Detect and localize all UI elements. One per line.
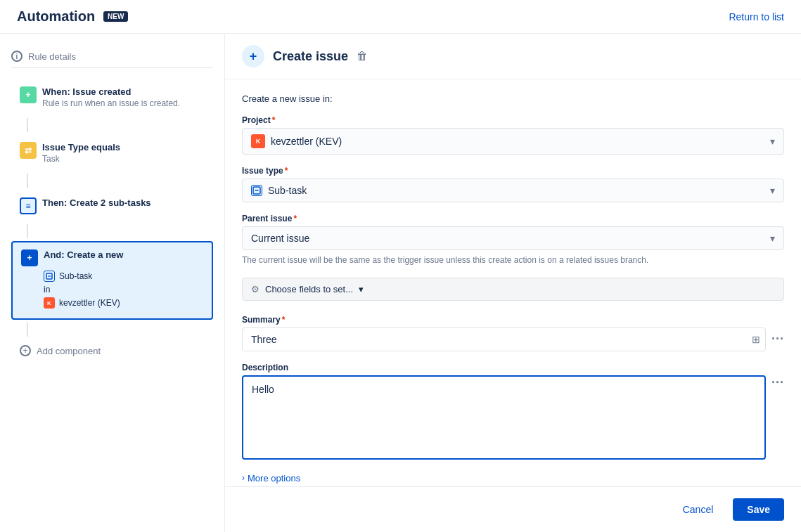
sidebar-item-when-issue-created[interactable]: + When: Issue created Rule is run when a… [11, 79, 213, 115]
more-options-label: More options [248, 473, 300, 484]
summary-row: ⊞ ··· [242, 327, 784, 351]
issue-type-required-star: * [285, 166, 288, 176]
summary-input[interactable] [242, 327, 766, 351]
panel-footer: Cancel Save [225, 486, 801, 532]
parent-issue-value-text: Current issue [251, 233, 309, 244]
new-badge: NEW [103, 11, 128, 22]
return-to-list-link[interactable]: Return to list [729, 11, 784, 22]
description-field-group: Description Hello ··· [242, 363, 784, 462]
connector-line-4 [27, 323, 28, 337]
when-icon: + [20, 86, 37, 103]
project-required-star: * [272, 115, 276, 125]
cancel-button[interactable]: Cancel [672, 498, 725, 521]
sidebar-sub-items: Sub-task in K kevzettler (KEV) [21, 271, 203, 309]
sub-item-project-row: K kevzettler (KEV) [44, 297, 203, 309]
project-select-value: K kevzettler (KEV) [251, 134, 342, 148]
parent-issue-select[interactable]: Current issue ▾ [242, 226, 784, 250]
sidebar-item-title: And: Create a new [44, 249, 203, 260]
sidebar-item-title: Then: Create 2 sub-tasks [42, 197, 205, 208]
more-options-button[interactable]: › More options [242, 473, 784, 484]
parent-issue-chevron-icon: ▾ [770, 233, 775, 244]
parent-issue-info-text: The current issue will be the same as th… [242, 254, 784, 266]
issue-type-value-text: Sub-task [268, 185, 307, 196]
panel-content: Create a new issue in: Project * K kevze… [225, 79, 801, 486]
sidebar-item-text: And: Create a new [44, 249, 203, 260]
choose-fields-label: Choose fields to set... [265, 284, 353, 294]
save-button[interactable]: Save [733, 498, 784, 521]
connector-line-3 [27, 224, 28, 238]
more-options-chevron-icon: › [242, 473, 245, 483]
sidebar-item-and-create-new[interactable]: + And: Create a new Sub-task in [11, 241, 213, 320]
sidebar-item-subtitle: Task [42, 154, 205, 164]
issue-type-select[interactable]: Sub-task ▾ [242, 179, 784, 202]
sidebar-item-issue-type-equals[interactable]: ⇄ Issue Type equals Task [11, 135, 213, 171]
then-icon: ≡ [20, 197, 37, 214]
sidebar-item-then-create-subtasks[interactable]: ≡ Then: Create 2 sub-tasks [11, 190, 213, 221]
summary-required-star: * [282, 315, 286, 325]
parent-issue-select-value: Current issue [251, 233, 309, 244]
project-field-group: Project * K kevzettler (KEV) ▾ [242, 115, 784, 155]
connector-line-1 [27, 118, 28, 132]
description-field-label: Description [242, 363, 784, 372]
sidebar-item-text: When: Issue created Rule is run when an … [42, 86, 205, 108]
sidebar-rule-details[interactable]: i Rule details [11, 45, 213, 68]
section-label: Create a new issue in: [242, 93, 784, 104]
issue-type-chevron-icon: ▾ [770, 185, 775, 196]
connector-line-2 [27, 174, 28, 188]
sidebar-item-header: + And: Create a new [21, 249, 203, 266]
summary-input-icon-button[interactable]: ⊞ [752, 334, 760, 345]
gear-icon: ⚙ [251, 284, 259, 294]
sub-item-project-icon: K [44, 297, 55, 309]
issue-type-icon [251, 185, 262, 196]
panel-title: Create issue [273, 49, 348, 64]
sidebar-item-title: Issue Type equals [42, 142, 205, 153]
delete-icon[interactable]: 🗑 [357, 50, 368, 63]
sub-item-project-text: kevzettler (KEV) [59, 298, 120, 308]
panel-add-button[interactable]: + [242, 45, 264, 67]
issue-type-field-label: Issue type * [242, 166, 784, 176]
sidebar: i Rule details + When: Issue created Rul… [0, 34, 225, 532]
project-chevron-icon: ▾ [770, 136, 775, 147]
issue-type-icon: ⇄ [20, 142, 37, 159]
sidebar-item-header: + When: Issue created Rule is run when a… [20, 86, 205, 108]
app-title: Automation [17, 8, 95, 25]
sidebar-item-text: Then: Create 2 sub-tasks [42, 197, 205, 208]
sidebar-item-text: Issue Type equals Task [42, 142, 205, 164]
project-value-text: kevzettler (KEV) [271, 136, 342, 147]
summary-input-wrap: ⊞ [242, 327, 766, 351]
sub-item-type-text: Sub-task [59, 271, 92, 281]
project-select[interactable]: K kevzettler (KEV) ▾ [242, 128, 784, 155]
parent-issue-field-label: Parent issue * [242, 214, 784, 223]
add-component-label: Add component [37, 346, 101, 356]
summary-field-group: Summary * ⊞ ··· [242, 315, 784, 351]
description-wrap: Hello [242, 375, 766, 462]
sidebar-item-title: When: Issue created [42, 86, 205, 97]
sub-item-in-row: in [44, 285, 203, 294]
sidebar-item-subtitle: Rule is run when an issue is created. [42, 98, 205, 108]
parent-required-star: * [293, 214, 297, 223]
issue-type-select-value: Sub-task [251, 185, 307, 196]
summary-field-label: Summary * [242, 315, 784, 325]
project-icon: K [251, 134, 265, 148]
panel-header: + Create issue 🗑 [225, 34, 801, 79]
right-panel: + Create issue 🗑 Create a new issue in: … [225, 34, 801, 532]
sidebar-item-header: ≡ Then: Create 2 sub-tasks [20, 197, 205, 214]
app-header: Automation NEW Return to list [0, 0, 801, 34]
main-content: i Rule details + When: Issue created Rul… [0, 34, 801, 532]
rule-details-label: Rule details [28, 51, 76, 62]
and-icon: + [21, 249, 38, 266]
issue-type-field-group: Issue type * Sub-task ▾ [242, 166, 784, 202]
choose-fields-button[interactable]: ⚙ Choose fields to set... ▾ [242, 278, 784, 301]
sub-item-type-row: Sub-task [44, 271, 203, 282]
add-circle-icon: + [20, 345, 31, 356]
summary-ellipsis-button[interactable]: ··· [771, 332, 784, 346]
info-icon: i [11, 51, 23, 62]
sub-item-issue-type-icon [44, 271, 55, 282]
description-ellipsis-button[interactable]: ··· [771, 375, 784, 390]
project-field-label: Project * [242, 115, 784, 125]
description-textarea[interactable]: Hello [242, 375, 766, 460]
add-component-button[interactable]: + Add component [11, 339, 213, 362]
sub-item-in-text: in [44, 285, 50, 294]
choose-fields-chevron-icon: ▾ [359, 284, 364, 294]
header-left: Automation NEW [17, 8, 128, 25]
